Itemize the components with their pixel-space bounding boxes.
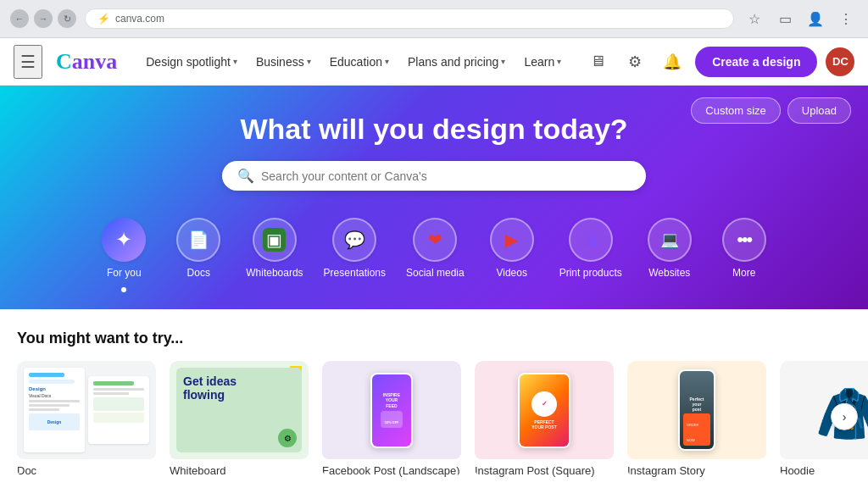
browser-controls: ← → ↻ <box>10 9 76 28</box>
suggestions-title: You might want to try... <box>17 330 851 347</box>
nav-label-business: Business <box>256 55 304 69</box>
nav-item-learn[interactable]: Learn ▾ <box>515 50 570 74</box>
chevron-right-icon: › <box>843 409 847 423</box>
category-label-docs: Docs <box>187 267 210 279</box>
category-icons: ✦ For you 📄 Docs ▣ Whiteboards 💬 Present… <box>17 211 851 309</box>
card-label-instagram-square: Instagram Post (Square) <box>475 464 614 477</box>
search-input[interactable] <box>261 169 631 183</box>
next-cards-button[interactable]: › <box>831 402 858 430</box>
category-label-websites: Websites <box>648 267 690 279</box>
category-label-print-products: Print products <box>559 267 622 279</box>
chevron-down-icon: ▾ <box>501 57 505 66</box>
card-thumb-instagram-story: Perfectyourpost ORDER NOW <box>627 361 766 459</box>
category-more[interactable]: ••• More <box>707 211 782 299</box>
category-whiteboards[interactable]: ▣ Whiteboards <box>236 211 313 299</box>
card-label-whiteboard: Whiteboard <box>170 464 309 477</box>
category-for-you[interactable]: ✦ For you <box>86 211 161 299</box>
url-text: canva.com <box>115 13 164 25</box>
card-facebook-post[interactable]: INSPIREYOURFEED 50% OFF Facebook Post (L… <box>322 361 461 477</box>
avatar[interactable]: DC <box>826 47 854 76</box>
notifications-icon-button[interactable]: 🔔 <box>658 47 687 76</box>
address-bar[interactable]: ⚡ canva.com <box>85 8 734 29</box>
social-media-icon: ❤ <box>413 218 457 262</box>
nav-label-education: Education <box>330 55 382 69</box>
custom-size-button[interactable]: Custom size <box>691 97 781 124</box>
nav-label-learn: Learn <box>524 55 554 69</box>
menu-button[interactable]: ⋮ <box>834 7 858 30</box>
nav-item-business[interactable]: Business ▾ <box>248 50 320 74</box>
nav-item-education[interactable]: Education ▾ <box>321 50 398 74</box>
settings-icon-button[interactable]: ⚙ <box>620 47 649 76</box>
chevron-down-icon: ▾ <box>385 57 389 66</box>
for-you-icon: ✦ <box>102 218 146 262</box>
category-label-more: More <box>732 267 755 279</box>
card-instagram-story[interactable]: Perfectyourpost ORDER NOW Instagram Stor… <box>627 361 766 477</box>
canva-logo: Canva <box>56 49 117 75</box>
videos-icon: ▶ <box>490 218 534 262</box>
forward-button[interactable]: → <box>34 9 53 28</box>
nav-item-plans-pricing[interactable]: Plans and pricing ▾ <box>399 50 514 74</box>
active-indicator <box>121 287 126 292</box>
nav-actions: 🖥 ⚙ 🔔 Create a design DC <box>583 47 854 77</box>
card-label-doc: Doc <box>17 464 156 477</box>
category-label-social-media: Social media <box>406 267 465 279</box>
bookmark-button[interactable]: ☆ <box>743 7 766 30</box>
category-docs[interactable]: 📄 Docs <box>161 211 236 299</box>
browser-actions: ☆ ▭ 👤 ⋮ <box>743 7 858 30</box>
category-label-presentations: Presentations <box>324 267 386 279</box>
category-label-whiteboards: Whiteboards <box>246 267 303 279</box>
doc-preview: Design Visual Docs Design <box>24 368 85 452</box>
hero-top-buttons: Custom size Upload <box>691 97 851 124</box>
upload-button[interactable]: Upload <box>787 97 851 124</box>
whiteboards-icon: ▣ <box>253 218 297 262</box>
nav-label-design-spotlight: Design spotlight <box>146 55 231 69</box>
nav-items: Design spotlight ▾ Business ▾ Education … <box>137 50 570 74</box>
card-label-instagram-story: Instagram Story <box>627 464 766 477</box>
doc-preview-2 <box>88 376 149 444</box>
nav-label-plans-pricing: Plans and pricing <box>408 55 498 69</box>
search-icon: 🔍 <box>237 168 254 184</box>
card-label-hoodie: Hoodie <box>780 464 868 477</box>
hamburger-button[interactable]: ☰ <box>14 45 42 79</box>
card-thumb-instagram-square: ✓ PERFECTYOUR POST <box>475 361 614 459</box>
card-whiteboard[interactable]: Get ideasflowing ⚙ Whiteboard <box>170 361 309 477</box>
card-thumb-doc: Design Visual Docs Design <box>17 361 156 459</box>
card-thumb-facebook: INSPIREYOURFEED 50% OFF <box>322 361 461 459</box>
websites-icon: 💻 <box>648 218 692 262</box>
navbar: ☰ Canva Design spotlight ▾ Business ▾ Ed… <box>0 38 868 86</box>
category-label-for-you: For you <box>107 267 142 279</box>
browser-chrome: ← → ↻ ⚡ canva.com ☆ ▭ 👤 ⋮ <box>0 0 868 38</box>
print-products-icon: 🖨 <box>569 218 613 262</box>
category-videos[interactable]: ▶ Videos <box>475 211 549 299</box>
tab-button[interactable]: ▭ <box>773 7 797 30</box>
chevron-down-icon: ▾ <box>233 57 237 66</box>
category-print-products[interactable]: 🖨 Print products <box>549 211 632 299</box>
category-label-videos: Videos <box>496 267 526 279</box>
card-thumb-whiteboard: Get ideasflowing ⚙ <box>170 361 309 459</box>
back-button[interactable]: ← <box>10 9 29 28</box>
presentations-icon: 💬 <box>332 218 376 262</box>
category-presentations[interactable]: 💬 Presentations <box>314 211 396 299</box>
profile-button[interactable]: 👤 <box>804 7 827 30</box>
suggestion-cards-row: Design Visual Docs Design Do <box>17 361 851 477</box>
nav-item-design-spotlight[interactable]: Design spotlight ▾ <box>137 50 246 74</box>
chevron-down-icon: ▾ <box>307 57 311 66</box>
desktop-icon-button[interactable]: 🖥 <box>583 47 612 76</box>
chevron-down-icon: ▾ <box>557 57 561 66</box>
card-instagram-square[interactable]: ✓ PERFECTYOUR POST Instagram Post (Squar… <box>475 361 614 477</box>
refresh-button[interactable]: ↻ <box>58 9 76 28</box>
create-design-button[interactable]: Create a design <box>695 47 817 77</box>
more-icon: ••• <box>722 218 766 262</box>
category-websites[interactable]: 💻 Websites <box>632 211 707 299</box>
docs-icon: 📄 <box>176 218 220 262</box>
search-bar[interactable]: 🔍 <box>222 161 646 191</box>
card-doc[interactable]: Design Visual Docs Design Do <box>17 361 156 477</box>
category-social-media[interactable]: ❤ Social media <box>396 211 475 299</box>
main-content: You might want to try... Design Visual D… <box>0 309 868 488</box>
card-label-facebook-post: Facebook Post (Landscape) <box>322 464 461 477</box>
security-icon: ⚡ <box>97 13 110 25</box>
hero-banner: Custom size Upload What will you design … <box>0 86 868 309</box>
